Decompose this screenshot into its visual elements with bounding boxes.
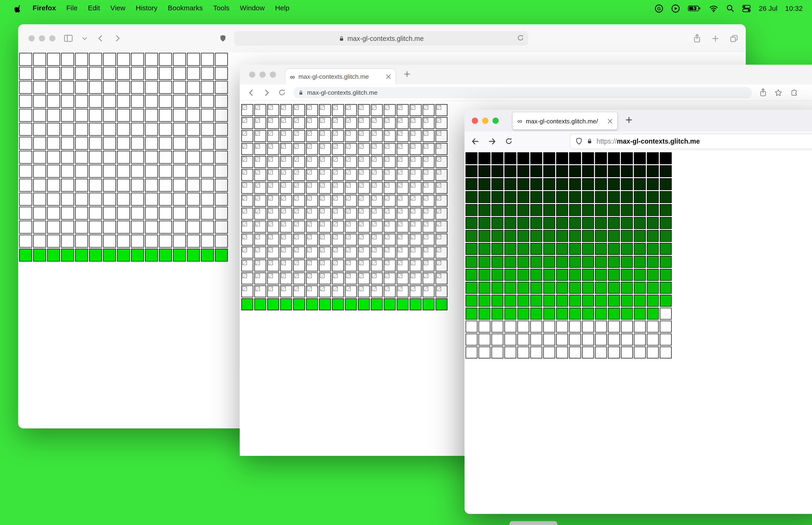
lock-icon[interactable] xyxy=(587,138,592,145)
control-center-icon[interactable] xyxy=(742,4,751,12)
grid-cell xyxy=(410,246,422,258)
menu-window[interactable]: Window xyxy=(235,0,270,17)
firefox-active-tab[interactable]: ∞ max-gl-contexts.glitch.me/ xyxy=(513,112,617,130)
broken-image-icon xyxy=(256,131,260,136)
grid-cell xyxy=(267,182,279,194)
battery-icon[interactable] xyxy=(688,4,701,13)
grid-cell xyxy=(530,152,542,164)
broken-image-icon xyxy=(424,118,428,123)
spotlight-search-icon[interactable] xyxy=(726,4,734,13)
close-button[interactable] xyxy=(472,118,478,124)
reload-icon[interactable] xyxy=(505,137,513,145)
minimize-button[interactable] xyxy=(482,118,488,124)
back-icon[interactable] xyxy=(247,88,255,96)
minimize-button[interactable] xyxy=(39,35,45,41)
zoom-button[interactable] xyxy=(49,35,55,41)
grid-cell xyxy=(319,182,331,194)
new-tab-icon[interactable] xyxy=(711,34,719,42)
grid-cell xyxy=(634,191,646,203)
firefox-tabbar[interactable]: ∞ max-gl-contexts.glitch.me/ xyxy=(464,110,812,132)
chrome-url-field[interactable]: max-gl-contexts.glitch.me xyxy=(293,87,752,98)
minimize-button[interactable] xyxy=(259,72,265,77)
extensions-puzzle-icon[interactable] xyxy=(790,88,798,96)
grid-cell xyxy=(159,95,172,108)
broken-image-icon xyxy=(411,157,415,162)
menu-view[interactable]: View xyxy=(105,0,131,17)
new-tab-button[interactable] xyxy=(403,71,411,78)
grid-cell xyxy=(267,208,279,220)
grid-cell xyxy=(280,130,292,142)
apple-menu[interactable] xyxy=(10,4,28,13)
grid-cell xyxy=(332,246,344,258)
broken-image-icon xyxy=(411,170,415,175)
new-tab-button[interactable] xyxy=(625,116,633,124)
grid-cell xyxy=(660,333,672,345)
menu-help[interactable]: Help xyxy=(270,0,295,17)
broken-image-icon xyxy=(268,222,273,226)
tab-close-icon[interactable] xyxy=(607,118,613,124)
forward-icon[interactable] xyxy=(113,34,122,42)
tab-close-icon[interactable] xyxy=(386,74,391,79)
menu-edit[interactable]: Edit xyxy=(83,0,105,17)
broken-image-icon xyxy=(268,170,273,175)
grid-cell xyxy=(241,272,253,284)
forward-icon[interactable] xyxy=(262,88,271,96)
broken-image-icon xyxy=(346,196,351,200)
reload-icon[interactable] xyxy=(517,34,524,41)
broken-image-icon xyxy=(436,286,441,291)
grid-cell xyxy=(582,256,594,268)
chrome-tabstrip[interactable]: ∞ max-gl-contexts.glitch.me xyxy=(240,65,812,85)
grid-cell xyxy=(319,117,331,129)
wifi-icon[interactable] xyxy=(709,4,719,12)
zoom-button[interactable] xyxy=(492,118,499,124)
firefox-url-field[interactable]: https://max-gl-contexts.glitch.me xyxy=(570,134,812,149)
menu-bookmarks[interactable]: Bookmarks xyxy=(163,0,208,17)
grid-cell xyxy=(569,295,581,307)
tracking-shield-icon[interactable] xyxy=(576,137,583,145)
grid-cell xyxy=(131,67,144,80)
menu-tools[interactable]: Tools xyxy=(208,0,235,17)
share-icon[interactable] xyxy=(759,88,767,97)
grid-cell xyxy=(621,269,633,281)
reload-icon[interactable] xyxy=(278,89,286,96)
tab-overview-icon[interactable] xyxy=(730,34,738,42)
privacy-shield-icon[interactable] xyxy=(219,34,227,42)
grid-cell xyxy=(569,152,581,164)
forward-icon[interactable] xyxy=(488,137,496,145)
chrome-active-tab[interactable]: ∞ max-gl-contexts.glitch.me xyxy=(285,69,396,84)
close-button[interactable] xyxy=(249,72,255,77)
share-icon[interactable] xyxy=(693,34,701,43)
broken-image-icon xyxy=(307,131,312,136)
menu-file[interactable]: File xyxy=(61,0,83,17)
chevron-down-icon[interactable] xyxy=(82,35,88,41)
broken-image-icon xyxy=(268,260,273,265)
grid-cell xyxy=(517,295,530,307)
g-app-icon[interactable]: G xyxy=(655,4,663,13)
close-button[interactable] xyxy=(28,35,34,41)
safari-url-field[interactable]: max-gl-contexts.glitch.me xyxy=(234,31,528,46)
menu-time[interactable]: 10:32 xyxy=(785,4,802,12)
menu-app-name[interactable]: Firefox xyxy=(28,0,61,17)
menu-history[interactable]: History xyxy=(131,0,163,17)
grid-cell xyxy=(345,156,357,168)
back-icon[interactable] xyxy=(471,137,479,145)
grid-cell xyxy=(435,234,448,245)
safari-toolbar[interactable]: max-gl-contexts.glitch.me xyxy=(18,25,746,53)
grid-cell xyxy=(280,195,292,207)
broken-image-icon xyxy=(256,273,260,278)
back-icon[interactable] xyxy=(96,34,105,42)
sidebar-icon[interactable] xyxy=(64,34,73,42)
dock-peek[interactable] xyxy=(510,521,557,525)
zoom-button[interactable] xyxy=(270,72,276,77)
menu-date[interactable]: 26 Jul xyxy=(759,4,777,12)
grid-cell xyxy=(47,249,60,261)
broken-image-icon xyxy=(256,170,260,175)
menu-bar: Firefox File Edit View History Bookmarks… xyxy=(0,0,812,17)
broken-image-icon xyxy=(294,273,299,278)
broken-image-icon xyxy=(320,222,325,226)
bookmark-star-icon[interactable] xyxy=(774,88,782,96)
grid-cell xyxy=(491,152,504,164)
now-playing-icon[interactable] xyxy=(671,4,680,13)
broken-image-icon xyxy=(385,260,389,265)
grid-cell xyxy=(61,207,74,220)
